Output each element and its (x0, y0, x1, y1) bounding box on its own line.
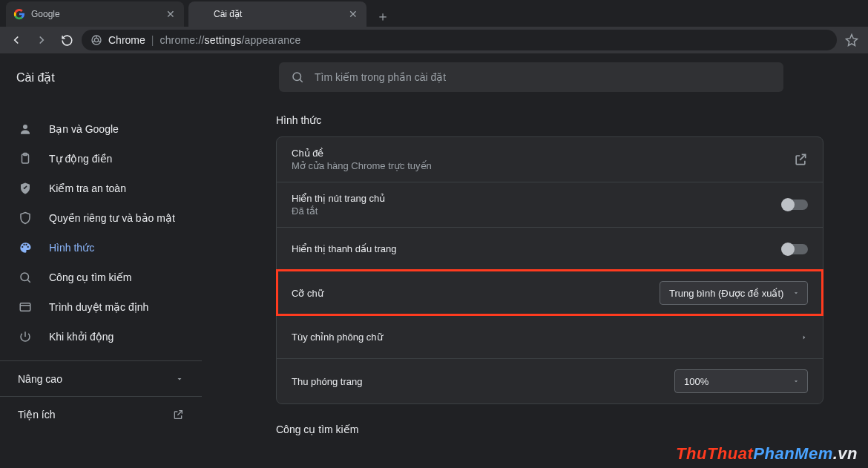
forward-button[interactable] (31, 30, 52, 50)
clipboard-icon (18, 152, 33, 165)
sidebar-item-label: Khi khởi động (49, 331, 114, 343)
settings-search-input[interactable] (315, 71, 772, 83)
url-scheme: chrome:// (160, 34, 204, 46)
gear-icon (196, 8, 208, 20)
settings-main: Hình thức Chủ đề Mở cửa hàng Chrome trực… (202, 101, 868, 468)
address-bar[interactable]: Chrome | chrome://settings/appearance (82, 30, 837, 50)
row-font-size-label: Cỡ chữ (292, 288, 323, 299)
row-bookmarks-bar: Hiển thị thanh dấu trang (277, 227, 823, 270)
sidebar-item-label: Quyền riêng tư và bảo mật (49, 212, 175, 224)
settings-page: Cài đặt Bạn và Google Tự động điền Kiểm … (0, 53, 868, 468)
power-icon (18, 330, 33, 343)
svg-rect-7 (20, 303, 30, 312)
new-tab-button[interactable]: ＋ (372, 6, 393, 27)
omnibox-chip: Chrome (108, 34, 145, 46)
sidebar-item-label: Trình duyệt mặc định (49, 301, 148, 313)
url-host: settings (205, 34, 242, 46)
font-size-select[interactable]: Trung bình (Được đề xuất) (660, 281, 808, 305)
svg-point-3 (23, 125, 27, 129)
url-path: /appearance (241, 34, 300, 46)
sidebar-advanced[interactable]: Nâng cao (0, 360, 202, 396)
sidebar-item-autofill[interactable]: Tự động điền (0, 144, 202, 174)
chevron-down-icon (792, 378, 800, 385)
sidebar-item-search-engine[interactable]: Công cụ tìm kiếm (0, 263, 202, 292)
section-appearance-title: Hình thức (276, 114, 823, 126)
appearance-card: Chủ đề Mở cửa hàng Chrome trực tuyến Hiể… (276, 136, 823, 404)
sidebar-item-label: Kiểm tra an toàn (49, 182, 126, 194)
person-icon (18, 122, 33, 136)
svg-point-2 (293, 73, 301, 81)
search-icon (291, 70, 304, 84)
page-zoom-value: 100% (684, 376, 708, 387)
row-font-size: Cỡ chữ Trung bình (Được đề xuất) (277, 270, 823, 315)
tab-settings[interactable]: Cài đặt ✕ (188, 1, 366, 27)
row-page-zoom-label: Thu phóng trang (292, 376, 362, 387)
font-size-value: Trung bình (Được đề xuất) (669, 288, 783, 299)
bookmark-star-icon[interactable] (841, 30, 862, 50)
tab-strip: Google ✕ Cài đặt ✕ ＋ (0, 0, 868, 27)
settings-search[interactable] (279, 62, 783, 92)
sidebar-item-label: Hình thức (49, 242, 94, 254)
tab-title: Cài đặt (214, 9, 347, 19)
row-home-button-sub: Đã tắt (292, 205, 385, 217)
shield-icon (18, 211, 33, 225)
settings-header: Cài đặt (0, 53, 868, 101)
close-icon[interactable]: ✕ (347, 8, 359, 20)
sidebar-item-privacy[interactable]: Quyền riêng tư và bảo mật (0, 203, 202, 233)
sidebar-item-label: Bạn và Google (49, 123, 119, 135)
back-button[interactable] (6, 30, 27, 50)
browser-toolbar: Chrome | chrome://settings/appearance (0, 27, 868, 53)
row-theme-sub: Mở cửa hàng Chrome trực tuyến (292, 160, 432, 171)
sidebar-extensions[interactable]: Tiện ích (0, 396, 202, 432)
chevron-down-icon (792, 289, 800, 297)
page-zoom-select[interactable]: 100% (674, 369, 808, 393)
search-icon (18, 271, 33, 284)
browser-icon (18, 300, 33, 314)
close-icon[interactable]: ✕ (165, 8, 177, 20)
bookmarks-bar-toggle[interactable] (783, 244, 808, 254)
external-link-icon (172, 409, 184, 421)
sidebar-item-label: Công cụ tìm kiếm (49, 271, 131, 283)
row-page-zoom: Thu phóng trang 100% (277, 358, 823, 403)
row-bookmarks-bar-label: Hiển thị thanh dấu trang (292, 243, 396, 254)
external-link-icon (793, 152, 808, 167)
row-home-button-label: Hiển thị nút trang chủ (292, 193, 385, 204)
chrome-chip-icon (91, 34, 102, 46)
palette-icon (18, 241, 33, 254)
sidebar-item-on-startup[interactable]: Khi khởi động (0, 322, 202, 352)
svg-point-6 (21, 273, 29, 281)
sidebar-item-label: Tự động điền (49, 153, 112, 165)
sidebar-item-you-and-google[interactable]: Bạn và Google (0, 114, 202, 144)
sidebar-item-safety-check[interactable]: Kiểm tra an toàn (0, 174, 202, 203)
row-home-button: Hiển thị nút trang chủ Đã tắt (277, 182, 823, 227)
sidebar-advanced-label: Nâng cao (18, 373, 62, 385)
chevron-down-icon (175, 375, 184, 383)
shield-check-icon (18, 182, 33, 195)
home-button-toggle[interactable] (783, 200, 808, 210)
section-search-engine-title: Công cụ tìm kiếm (276, 423, 823, 435)
chevron-right-icon (800, 334, 808, 341)
tab-google[interactable]: Google ✕ (6, 1, 184, 27)
sidebar-extensions-label: Tiện ích (18, 409, 56, 421)
reload-button[interactable] (56, 30, 77, 50)
watermark: ThuThuatPhanMem.vn (676, 444, 858, 464)
row-theme[interactable]: Chủ đề Mở cửa hàng Chrome trực tuyến (277, 137, 823, 182)
page-title: Cài đặt (16, 70, 261, 85)
svg-point-1 (94, 38, 98, 42)
tab-title: Google (31, 9, 165, 19)
settings-sidebar: Bạn và Google Tự động điền Kiểm tra an t… (0, 101, 202, 468)
sidebar-item-appearance[interactable]: Hình thức (0, 233, 202, 263)
row-customize-fonts-label: Tùy chỉnh phông chữ (292, 332, 383, 343)
row-theme-label: Chủ đề (292, 148, 432, 159)
google-favicon-icon (13, 8, 25, 20)
sidebar-item-default-browser[interactable]: Trình duyệt mặc định (0, 292, 202, 322)
row-customize-fonts[interactable]: Tùy chỉnh phông chữ (277, 315, 823, 358)
